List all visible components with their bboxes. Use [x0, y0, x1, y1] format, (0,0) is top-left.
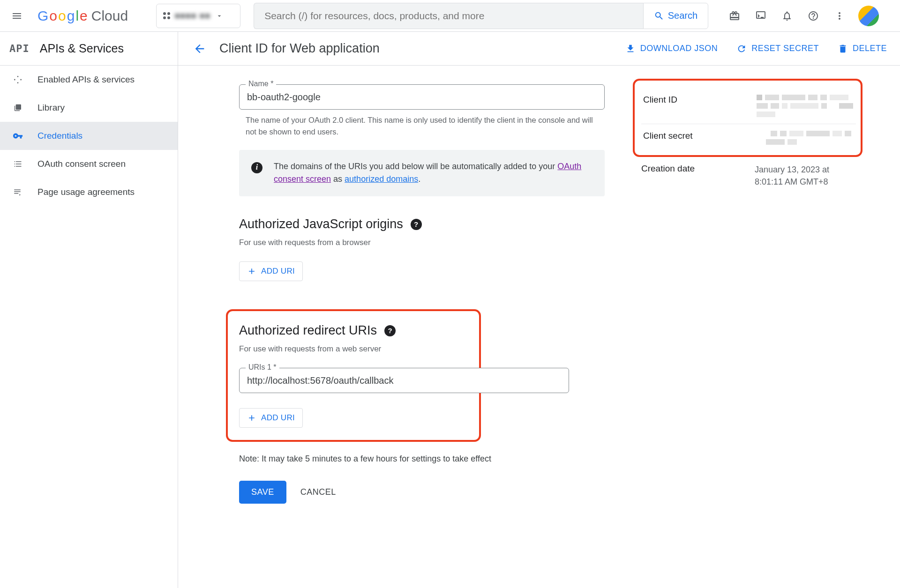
name-helper: The name of your OAuth 2.0 client. This …: [239, 114, 605, 138]
search-wrap: Search: [254, 3, 708, 29]
more-vert-icon[interactable]: [828, 5, 851, 27]
back-button[interactable]: [191, 40, 208, 57]
project-icon: [163, 12, 170, 19]
sidebar-item-oauth-consent[interactable]: OAuth consent screen: [0, 150, 178, 178]
reset-secret-button[interactable]: RESET SECRET: [736, 44, 819, 54]
help-icon[interactable]: [802, 5, 825, 27]
chevron-down-icon: [216, 12, 223, 20]
credentials-highlight: Client ID Client secret: [633, 79, 862, 157]
sidebar-item-label: Credentials: [38, 131, 82, 141]
redirect-uris-heading: Authorized redirect URIs ?: [239, 323, 472, 338]
account-avatar[interactable]: [858, 6, 879, 26]
help-icon[interactable]: ?: [384, 325, 396, 336]
redirect-help: For use with requests from a web server: [239, 344, 472, 354]
enabled-apis-icon: [12, 75, 23, 84]
sidebar-item-label: Library: [38, 103, 65, 113]
delete-button[interactable]: DELETE: [838, 44, 887, 54]
key-icon: [12, 131, 23, 141]
search-icon: [654, 11, 664, 21]
top-bar: Google Cloud ■■■■ ■■ Search: [0, 0, 900, 32]
gift-icon[interactable]: [723, 5, 746, 27]
search-button[interactable]: Search: [643, 3, 708, 29]
search-input[interactable]: [254, 3, 643, 29]
name-input[interactable]: [239, 84, 605, 110]
sidebar-header: API APIs & Services: [0, 32, 178, 66]
sidebar-item-label: Enabled APIs & services: [38, 74, 135, 85]
uri1-label: URIs 1 *: [246, 363, 279, 372]
uri1-input[interactable]: [239, 368, 569, 393]
sidebar: API APIs & Services Enabled APIs & servi…: [0, 32, 178, 588]
client-id-row: Client ID: [641, 88, 856, 124]
creation-date-value: January 13, 2023 at 8:01:11 AM GMT+8: [755, 164, 854, 188]
add-js-uri-button[interactable]: ADD URI: [239, 261, 303, 281]
client-secret-value-redacted: [757, 131, 854, 145]
sidebar-item-page-usage[interactable]: Page usage agreements: [0, 178, 178, 206]
project-name: ■■■■ ■■: [175, 12, 210, 20]
page-header: Client ID for Web application DOWNLOAD J…: [178, 32, 900, 66]
js-origins-heading: Authorized JavaScript origins ?: [239, 217, 605, 231]
sidebar-title: APIs & Services: [40, 42, 124, 55]
download-icon: [625, 44, 636, 54]
client-secret-label: Client secret: [643, 131, 751, 145]
add-redirect-uri-button[interactable]: ADD URI: [239, 408, 303, 428]
search-button-label: Search: [668, 10, 698, 21]
main-content: Client ID for Web application DOWNLOAD J…: [178, 32, 900, 588]
creation-date-row: Creation date January 13, 2023 at 8:01:1…: [633, 157, 862, 194]
sidebar-item-credentials[interactable]: Credentials: [0, 122, 178, 150]
project-picker[interactable]: ■■■■ ■■: [156, 4, 240, 28]
sidebar-item-enabled-apis[interactable]: Enabled APIs & services: [0, 66, 178, 94]
header-icons: [723, 5, 879, 27]
consent-icon: [12, 159, 23, 169]
download-label: DOWNLOAD JSON: [640, 44, 718, 53]
cancel-button[interactable]: CANCEL: [300, 487, 336, 497]
refresh-icon: [736, 44, 747, 54]
reset-label: RESET SECRET: [751, 44, 819, 53]
add-uri-label: ADD URI: [261, 267, 295, 276]
client-id-label: Client ID: [643, 95, 751, 117]
api-chip: API: [9, 43, 30, 54]
client-secret-row: Client secret: [641, 124, 856, 151]
page-title: Client ID for Web application: [219, 41, 380, 56]
redirect-uris-highlight: Authorized redirect URIs ? For use with …: [226, 309, 481, 442]
add-uri-label: ADD URI: [261, 413, 295, 423]
plus-icon: [247, 413, 256, 423]
google-cloud-logo[interactable]: Google Cloud: [34, 8, 132, 24]
authorized-domains-link[interactable]: authorized domains: [345, 174, 418, 184]
agreements-icon: [12, 187, 23, 197]
download-json-button[interactable]: DOWNLOAD JSON: [625, 44, 718, 54]
sidebar-item-label: OAuth consent screen: [38, 159, 126, 169]
name-field: Name *: [239, 84, 605, 110]
hamburger-menu-icon[interactable]: [6, 5, 28, 27]
info-banner: i The domains of the URIs you add below …: [239, 150, 605, 197]
logo-suffix: Cloud: [91, 8, 128, 24]
notifications-icon[interactable]: [776, 5, 798, 27]
uri1-field: URIs 1 *: [239, 368, 569, 393]
name-label: Name *: [246, 80, 276, 88]
cloud-shell-icon[interactable]: [750, 5, 772, 27]
sidebar-item-label: Page usage agreements: [38, 187, 135, 197]
client-id-value-redacted: [757, 95, 854, 117]
trash-icon: [838, 44, 848, 54]
info-text: The domains of the URIs you add below wi…: [274, 160, 592, 186]
save-button[interactable]: SAVE: [239, 481, 286, 504]
creation-date-label: Creation date: [641, 164, 749, 188]
delete-label: DELETE: [853, 44, 887, 53]
library-icon: [12, 103, 23, 112]
settings-note: Note: It may take 5 minutes to a few hou…: [239, 454, 605, 464]
plus-icon: [247, 267, 256, 276]
sidebar-item-library[interactable]: Library: [0, 94, 178, 122]
js-origins-help: For use with requests from a browser: [239, 238, 605, 247]
info-icon: i: [251, 162, 262, 173]
help-icon[interactable]: ?: [411, 219, 422, 230]
